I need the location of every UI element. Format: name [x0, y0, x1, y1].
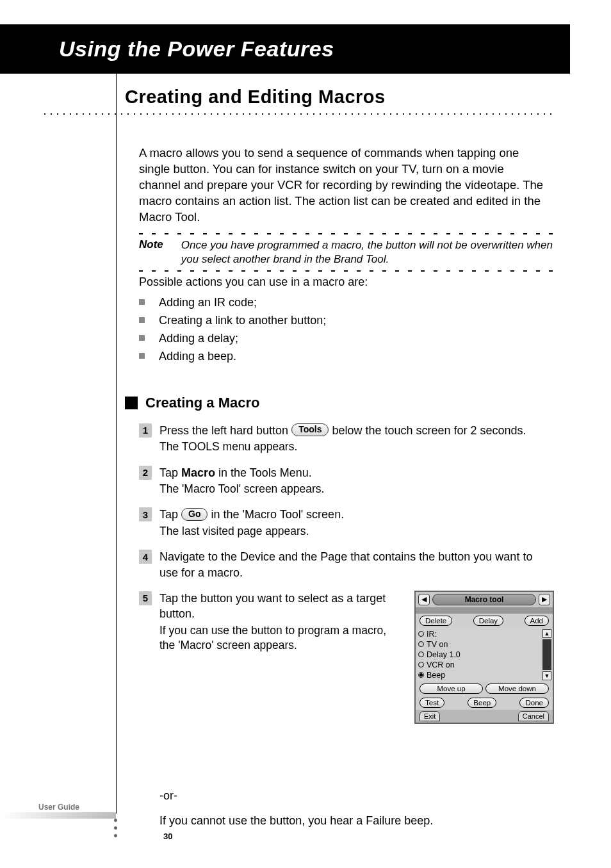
step-main: Tap Macro in the Tools Menu.: [159, 465, 554, 480]
step-4: 4 Navigate to the Device and the Page th…: [139, 549, 554, 580]
footer-guide-label: User Guide: [38, 803, 79, 812]
step-sub: The 'Macro Tool' screen appears.: [159, 482, 554, 497]
list-item: Adding a beep.: [139, 348, 554, 366]
step-main: Tap Go in the 'Macro Tool' screen.: [159, 507, 554, 522]
subheading-row: Creating a Macro: [125, 395, 554, 411]
step-main: Tap the button you want to select as a t…: [159, 591, 395, 622]
nav-left-button[interactable]: ◀: [418, 594, 430, 605]
device-top-buttons: Delete Delay Add: [416, 614, 553, 628]
step-text: below the touch screen for 2 seconds.: [332, 424, 526, 437]
device-status-strip: [416, 607, 553, 614]
step-number: 1: [139, 423, 152, 438]
subheading: Creating a Macro: [145, 395, 260, 411]
list-item: Creating a link to another button;: [139, 312, 554, 330]
square-bullet-icon: [139, 353, 145, 359]
steps-list: 1 Press the left hard button Tools below…: [139, 423, 554, 776]
note-label: Note: [139, 238, 163, 266]
exit-tab[interactable]: Exit: [420, 711, 440, 721]
note-text: Once you have programmed a macro, the bu…: [181, 238, 554, 266]
step-main: Press the left hard button Tools below t…: [159, 423, 554, 438]
beep-button[interactable]: Beep: [468, 698, 496, 708]
step-text: Tap: [159, 508, 181, 521]
radio-icon: [418, 651, 424, 657]
cancel-tab[interactable]: Cancel: [518, 711, 549, 721]
step-3: 3 Tap Go in the 'Macro Tool' screen. The…: [139, 507, 554, 539]
failure-text: If you cannot use the button, you hear a…: [159, 814, 554, 828]
device-screenshot: ◀ Macro tool ▶ Delete Delay Add ▲ ▼ IR: …: [414, 591, 554, 724]
square-marker-icon: [125, 397, 138, 409]
move-up-button[interactable]: Move up: [420, 684, 483, 694]
scrollbar[interactable]: [542, 639, 551, 670]
action-list: ▲ ▼ IR: TV on Delay 1.0 VCR on Beep: [416, 628, 553, 682]
scroll-up-button[interactable]: ▲: [542, 629, 551, 638]
tools-button[interactable]: Tools: [291, 423, 329, 436]
delete-button[interactable]: Delete: [420, 616, 452, 626]
page-banner: Using the Power Features: [0, 24, 570, 74]
device-bottom-buttons: Test Beep Done: [416, 696, 553, 710]
step-bold: Macro: [181, 466, 215, 479]
step-main: Navigate to the Device and the Page that…: [159, 549, 554, 580]
action-row[interactable]: Delay 1.0: [418, 650, 550, 660]
bullet-list: Adding an IR code; Creating a link to an…: [139, 294, 554, 366]
action-row[interactable]: TV on: [418, 639, 550, 650]
delay-button[interactable]: Delay: [473, 616, 503, 626]
test-button[interactable]: Test: [420, 698, 444, 708]
list-item-text: Creating a link to another button;: [159, 312, 326, 330]
nav-right-button[interactable]: ▶: [539, 594, 550, 605]
content-column: Creating and Editing Macros A macro allo…: [125, 86, 554, 828]
device-tab-row: Exit Cancel: [416, 710, 553, 723]
device-mid-buttons: Move up Move down: [416, 682, 553, 696]
list-item: Adding an IR code;: [139, 294, 554, 312]
step-1: 1 Press the left hard button Tools below…: [139, 423, 554, 455]
step-5: 5 Tap the button you want to select as a…: [139, 591, 395, 653]
action-label: Beep: [427, 671, 445, 680]
radio-icon: [418, 641, 424, 647]
footer-gradient: [0, 812, 116, 819]
step-2: 2 Tap Macro in the Tools Menu. The 'Macr…: [139, 465, 554, 497]
action-row[interactable]: Beep: [418, 670, 550, 680]
scroll-down-button[interactable]: ▼: [542, 671, 551, 680]
vertical-dots-icon: [114, 819, 117, 842]
section-title: Creating and Editing Macros: [125, 86, 554, 108]
possible-actions-intro: Possible actions you can use in a macro …: [139, 275, 554, 289]
action-label: Delay 1.0: [427, 650, 460, 659]
add-button[interactable]: Add: [525, 616, 549, 626]
dotted-rule: [42, 113, 554, 117]
list-item: Adding a delay;: [139, 330, 554, 348]
step-sub: The TOOLS menu appears.: [159, 439, 554, 455]
note-block: Note Once you have programmed a macro, t…: [139, 233, 554, 272]
or-separator: -or-: [159, 789, 554, 803]
square-bullet-icon: [139, 335, 145, 341]
done-button[interactable]: Done: [519, 698, 549, 708]
step-number: 4: [139, 550, 152, 564]
move-down-button[interactable]: Move down: [485, 684, 549, 694]
go-button[interactable]: Go: [181, 508, 208, 521]
radio-icon: [418, 662, 424, 667]
step-text: in the Tools Menu.: [215, 466, 312, 479]
banner-title: Using the Power Features: [59, 37, 334, 61]
action-label: VCR on: [427, 660, 455, 669]
list-item-text: Adding a beep.: [159, 348, 236, 366]
square-bullet-icon: [139, 317, 145, 323]
step-sub: The last visited page appears.: [159, 524, 554, 539]
action-row[interactable]: VCR on: [418, 660, 550, 670]
radio-selected-icon: [418, 672, 424, 678]
radio-icon: [418, 631, 424, 637]
step-number: 2: [139, 466, 152, 480]
page-number: 30: [163, 831, 172, 841]
step-text: in the 'Macro Tool' screen.: [211, 508, 345, 521]
action-row[interactable]: IR:: [418, 629, 550, 639]
step-sub: If you can use the button to program a m…: [159, 623, 395, 653]
square-bullet-icon: [139, 299, 145, 305]
step-text: Press the left hard button: [159, 424, 291, 437]
device-titlebar: ◀ Macro tool ▶: [416, 592, 553, 607]
step-number: 3: [139, 507, 152, 521]
intro-paragraph: A macro allows you to send a sequence of…: [139, 145, 548, 225]
step-number: 5: [139, 591, 152, 605]
list-item-text: Adding a delay;: [159, 330, 238, 348]
action-label: TV on: [427, 640, 448, 649]
action-label: IR:: [427, 630, 437, 639]
device-title: Macro tool: [432, 594, 536, 605]
step-text: Tap: [159, 466, 181, 479]
list-item-text: Adding an IR code;: [159, 294, 257, 312]
